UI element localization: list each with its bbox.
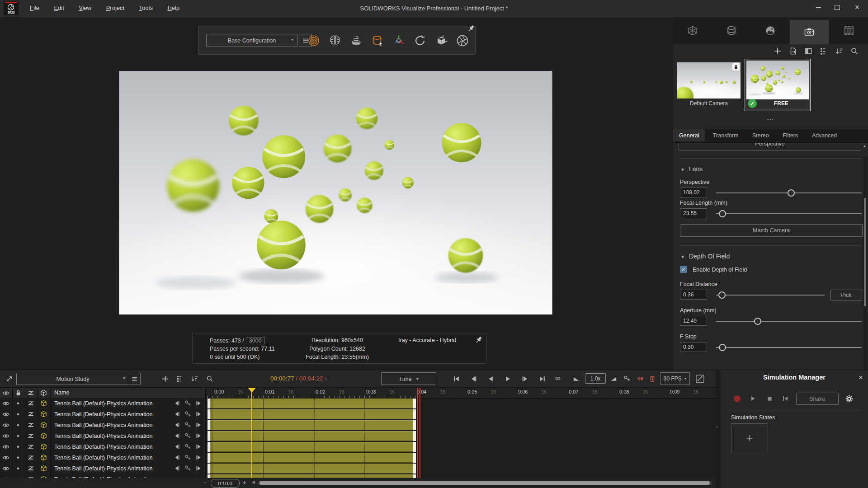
add-simulation-state-button[interactable]: + (731, 423, 768, 452)
zoom-out-button[interactable]: − (203, 479, 207, 486)
animation-bar[interactable] (208, 399, 416, 408)
close-panel-button[interactable]: × (856, 373, 866, 383)
aperture-slider[interactable] (716, 321, 862, 322)
fstop-slider-thumb[interactable] (719, 344, 726, 351)
viewport-3d[interactable]: Base Configuration ▾ Passes: 473 /3000 P… (0, 17, 673, 370)
scroll-left-icon[interactable]: ◀ (252, 480, 255, 484)
skip-end-button[interactable] (537, 373, 547, 384)
lens-section-header[interactable]: ▼Lens (680, 165, 703, 173)
timeline-grid[interactable]: 0:0016 0:0116 0:0216 0:0316 0:0416 0:051… (206, 388, 716, 478)
render-rings-icon[interactable] (306, 33, 322, 48)
split-view-button[interactable] (804, 47, 812, 55)
lock-dot[interactable]: • (17, 421, 19, 429)
animation-bar[interactable] (208, 464, 416, 474)
time-range-box[interactable]: 0:10.0 (211, 479, 240, 488)
study-list-button[interactable] (128, 373, 141, 385)
play-reverse-button[interactable] (486, 373, 495, 384)
close-button[interactable]: × (848, 0, 866, 14)
configuration-dropdown[interactable]: Base Configuration ▾ (206, 34, 297, 47)
focal-length-slider-thumb[interactable] (719, 210, 726, 217)
animation-bar[interactable] (208, 431, 416, 441)
track-row[interactable]: •Tennis Ball (Default)-Physics Animation (0, 452, 206, 464)
timeline-scrollbar[interactable] (258, 481, 712, 485)
key-navigation[interactable] (174, 443, 202, 450)
projection-dropdown[interactable]: Perspective (679, 143, 861, 150)
tab-general[interactable]: General (673, 129, 705, 141)
skip-start-button[interactable] (451, 373, 461, 384)
keyframe-button[interactable] (622, 373, 632, 384)
view-mode-button[interactable] (175, 373, 185, 384)
animation-bar[interactable] (208, 474, 416, 478)
lock-dot[interactable]: • (17, 432, 19, 440)
track-row[interactable]: •Tennis Ball (Default)-Physics Animation (0, 420, 206, 431)
perspective-input[interactable]: 108.02 (680, 188, 707, 197)
lock-dot[interactable]: • (17, 454, 19, 462)
loop-button[interactable]: ∞ (552, 373, 563, 384)
turntable-icon[interactable] (348, 33, 364, 48)
timeline-scrollbar-thumb[interactable] (259, 481, 710, 485)
simulation-settings-gear-icon[interactable] (843, 393, 855, 404)
key-navigation[interactable] (174, 432, 202, 439)
pick-button[interactable]: Pick (830, 290, 862, 300)
zoom-in-button[interactable]: + (242, 479, 246, 486)
step-back-button[interactable] (468, 373, 478, 384)
fstop-slider[interactable] (716, 347, 862, 348)
sort-button[interactable] (835, 47, 843, 55)
lock-dot[interactable]: • (17, 465, 19, 473)
paint-bucket-tool-icon[interactable] (369, 33, 386, 48)
camera-tile-free[interactable]: ✓ FREE (745, 59, 811, 111)
move-key-button[interactable] (635, 373, 645, 384)
key-navigation[interactable] (174, 400, 202, 407)
camera-tile-default[interactable]: Default Camera (677, 61, 741, 108)
import-camera-button[interactable] (789, 47, 797, 55)
lock-dot[interactable]: • (17, 399, 19, 408)
collapse-timeline-icon[interactable] (4, 373, 14, 384)
tab-environments[interactable] (751, 20, 790, 42)
pack-project-icon[interactable] (433, 33, 449, 48)
record-simulation-button[interactable] (731, 393, 743, 404)
enable-dof-checkbox[interactable]: ✓ (680, 266, 687, 273)
tab-cameras[interactable] (790, 20, 829, 44)
toolbar-pin-icon[interactable] (467, 24, 475, 33)
step-forward-button[interactable] (520, 373, 530, 384)
key-navigation[interactable] (174, 465, 202, 472)
scroll-up-icon[interactable]: ▲ (863, 144, 867, 148)
panel-splitter-handle[interactable]: ••• (673, 117, 868, 122)
tab-stereo[interactable]: Stereo (746, 129, 775, 141)
aperture-slider-thumb[interactable] (754, 318, 761, 325)
stats-pin-icon[interactable] (475, 336, 483, 344)
maximize-button[interactable] (828, 0, 846, 14)
expand-right-icon[interactable]: › (716, 424, 718, 429)
track-row[interactable]: •Tennis Ball (Default)-Physics Animation (0, 431, 206, 442)
search-button[interactable] (850, 47, 859, 55)
ramp-down-icon[interactable] (571, 373, 581, 384)
time-mode-dropdown[interactable]: Time▾ (381, 372, 436, 385)
search-button[interactable] (204, 373, 215, 384)
view-mode-button[interactable] (820, 47, 828, 55)
lock-dot[interactable]: • (17, 410, 19, 418)
tab-filters[interactable]: Filters (777, 129, 804, 141)
tab-models[interactable] (673, 20, 712, 42)
playhead-line[interactable] (251, 388, 252, 478)
playhead-handle[interactable] (248, 388, 256, 393)
range-end-marker[interactable] (417, 388, 418, 478)
move-object-icon[interactable] (391, 33, 407, 48)
ramp-up-icon[interactable] (609, 373, 618, 384)
add-camera-button[interactable] (774, 47, 782, 55)
key-navigation[interactable] (174, 411, 202, 418)
track-row[interactable]: •Tennis Ball (Default)-Physics Animation (0, 441, 206, 453)
key-navigation[interactable] (174, 454, 202, 461)
panel-scrollbar-thumb[interactable] (864, 198, 866, 306)
fps-dropdown[interactable]: 30 FPS▾ (660, 372, 690, 385)
fstop-input[interactable]: 0.30 (680, 342, 707, 352)
perspective-slider[interactable] (716, 192, 862, 193)
track-row[interactable]: •Tennis Ball (Default)-Physics Animation (0, 463, 206, 474)
rotate-view-icon[interactable] (412, 33, 428, 48)
focal-distance-slider-thumb[interactable] (718, 291, 726, 299)
add-keyframe-button[interactable] (160, 373, 170, 384)
focal-distance-slider[interactable] (716, 295, 825, 296)
panel-scrollbar[interactable] (863, 157, 867, 370)
tab-transform[interactable]: Transform (707, 129, 745, 141)
tab-appearances[interactable] (712, 20, 751, 42)
track-row[interactable]: •Tennis Ball (Default)-Physics Animation (0, 398, 206, 409)
